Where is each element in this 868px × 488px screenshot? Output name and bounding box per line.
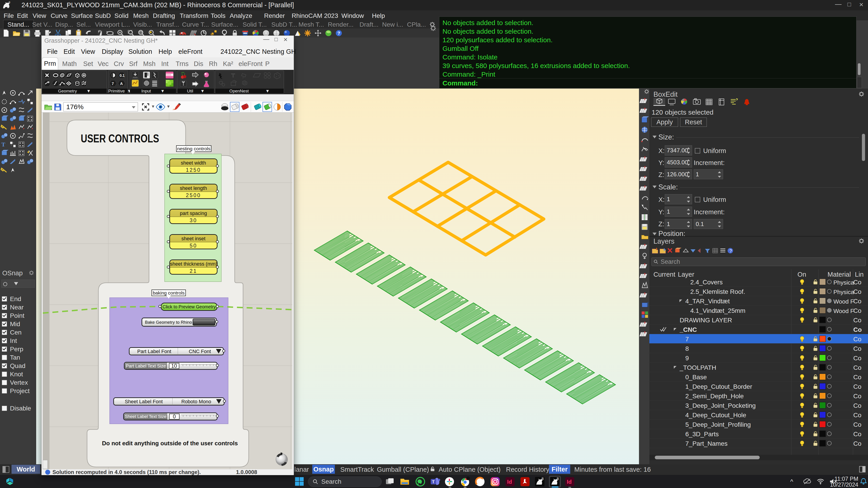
svg-text:7: 7 [112,82,114,86]
svg-text:?: ? [730,249,732,253]
svg-text:8: 8 [557,477,559,481]
svg-text:A: A [120,82,123,86]
svg-text:?: ? [337,30,340,35]
svg-text:0.1: 0.1 [120,74,125,77]
svg-text:8: 8 [541,477,544,481]
svg-text:8: 8 [8,1,10,4]
svg-text:Id: Id [507,479,512,485]
svg-text:Id: Id [567,479,571,485]
svg-text:T: T [432,480,435,484]
